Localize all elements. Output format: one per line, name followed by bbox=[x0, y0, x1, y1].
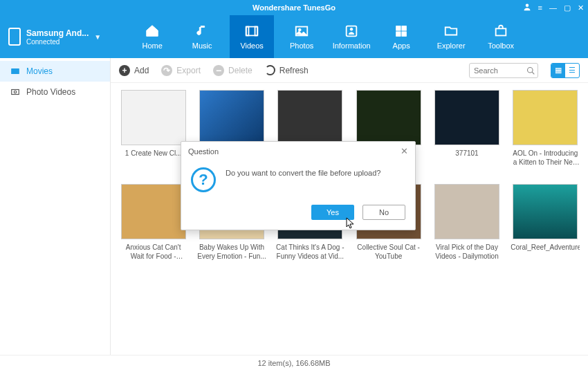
video-item[interactable]: 1 Create New Cl... bbox=[118, 90, 189, 180]
thumbnail bbox=[277, 90, 342, 145]
thumbnail bbox=[513, 184, 578, 239]
svg-point-7 bbox=[350, 28, 353, 30]
dialog-message: Do you want to convert the file before u… bbox=[226, 167, 380, 192]
nav-label: Music bbox=[192, 41, 212, 50]
user-icon[interactable] bbox=[523, 3, 531, 12]
phone-icon bbox=[8, 28, 21, 46]
nav-label: Photos bbox=[290, 41, 313, 50]
delete-button[interactable]: − Delete bbox=[213, 65, 252, 76]
sidebar-label: Movies bbox=[26, 66, 53, 76]
video-item[interactable]: AOL On - Introducing a Kitten to Their N… bbox=[510, 90, 581, 180]
nav-label: Explorer bbox=[437, 41, 466, 50]
nav-toolbox[interactable]: Toolbox bbox=[479, 15, 523, 58]
nav-explorer[interactable]: Explorer bbox=[429, 15, 473, 58]
maximize-icon[interactable]: ▢ bbox=[564, 3, 571, 12]
list-view-icon[interactable]: ☰ bbox=[565, 64, 579, 77]
video-item[interactable]: 377101 bbox=[431, 90, 502, 180]
video-caption: Anxious Cat Can't Wait for Food - Jokero… bbox=[119, 243, 188, 261]
nav-videos[interactable]: Videos bbox=[230, 15, 274, 58]
chevron-down-icon: ▼ bbox=[94, 33, 101, 41]
yes-label: Yes bbox=[327, 208, 339, 216]
video-caption: AOL On - Introducing a Kitten to Their N… bbox=[511, 149, 580, 167]
nav-photos[interactable]: Photos bbox=[279, 15, 324, 58]
svg-point-5 bbox=[299, 28, 302, 31]
svg-rect-11 bbox=[402, 32, 406, 36]
add-button[interactable]: + Add bbox=[119, 65, 149, 76]
status-text: 12 item(s), 166.68MB bbox=[257, 359, 330, 367]
question-icon: ? bbox=[191, 167, 216, 192]
menu-icon[interactable]: ≡ bbox=[538, 3, 542, 12]
dialog-close-icon[interactable]: ✕ bbox=[401, 146, 408, 156]
video-item[interactable]: Viral Pick of the Day Videos - Dailymoti… bbox=[431, 184, 502, 274]
add-label: Add bbox=[134, 66, 149, 75]
svg-rect-2 bbox=[246, 27, 249, 36]
no-button[interactable]: No bbox=[362, 205, 405, 220]
thumbnail bbox=[434, 90, 499, 145]
status-bar: 12 item(s), 166.68MB bbox=[0, 355, 588, 370]
sidebar-item-photo-videos[interactable]: Photo Videos bbox=[0, 82, 110, 102]
dialog-titlebar: Question ✕ bbox=[181, 142, 415, 160]
thumbnail bbox=[434, 184, 499, 239]
refresh-label: Refresh bbox=[279, 66, 309, 75]
svg-point-15 bbox=[14, 91, 17, 93]
svg-rect-8 bbox=[396, 26, 401, 30]
svg-rect-13 bbox=[11, 68, 19, 74]
nav-apps[interactable]: Apps bbox=[379, 15, 423, 58]
refresh-button[interactable]: Refresh bbox=[265, 65, 309, 75]
nav-label: Information bbox=[333, 41, 371, 50]
nav-label: Toolbox bbox=[488, 41, 514, 50]
video-caption: Viral Pick of the Day Videos - Dailymoti… bbox=[432, 243, 502, 261]
yes-button[interactable]: Yes bbox=[311, 205, 354, 220]
sidebar-item-movies[interactable]: Movies bbox=[0, 61, 110, 82]
nav-home[interactable]: Home bbox=[130, 15, 174, 58]
export-icon: ↷ bbox=[161, 65, 172, 76]
video-caption: Collective Soul Cat - YouTube bbox=[354, 243, 423, 261]
search-input[interactable] bbox=[474, 66, 526, 75]
device-selector[interactable]: Samsung And... Connected ▼ bbox=[0, 28, 109, 46]
search-icon bbox=[526, 66, 535, 75]
dialog-title: Question bbox=[188, 147, 219, 156]
question-dialog: Question ✕ ? Do you want to convert the … bbox=[181, 141, 416, 230]
thumbnail bbox=[121, 184, 186, 239]
svg-point-0 bbox=[525, 4, 529, 8]
thumbnail bbox=[356, 90, 421, 145]
topbar: Samsung And... Connected ▼ Home Music Vi… bbox=[0, 15, 588, 58]
nav-information[interactable]: Information bbox=[329, 15, 374, 58]
video-caption: Baby Wakes Up With Every Emotion - Fun..… bbox=[197, 243, 266, 261]
thumbnail bbox=[513, 90, 578, 145]
video-caption: 377101 bbox=[455, 149, 478, 158]
device-name: Samsung And... bbox=[26, 28, 89, 38]
delete-label: Delete bbox=[228, 66, 252, 75]
svg-rect-14 bbox=[12, 90, 19, 95]
minus-icon: − bbox=[213, 65, 224, 76]
svg-rect-10 bbox=[396, 32, 401, 36]
app-title: Wondershare TunesGo bbox=[252, 3, 336, 12]
toolbar: + Add ↷ Export − Delete Refresh ▦ bbox=[111, 58, 588, 83]
video-item[interactable]: Coral_Reef_Adventure_720 bbox=[510, 184, 581, 274]
sidebar: Movies Photo Videos bbox=[0, 58, 111, 355]
refresh-icon bbox=[265, 65, 275, 75]
nav-label: Apps bbox=[393, 41, 410, 50]
svg-rect-1 bbox=[246, 27, 258, 36]
plus-icon: + bbox=[119, 65, 130, 76]
nav-music[interactable]: Music bbox=[180, 15, 224, 58]
video-caption: Coral_Reef_Adventure_720 bbox=[511, 243, 580, 252]
search-box[interactable] bbox=[469, 63, 538, 78]
thumbnail bbox=[121, 90, 186, 145]
export-button[interactable]: ↷ Export bbox=[161, 65, 201, 76]
grid-view-icon[interactable]: ▦ bbox=[551, 64, 565, 77]
video-item[interactable]: Anxious Cat Can't Wait for Food - Jokero… bbox=[118, 184, 189, 274]
export-label: Export bbox=[176, 66, 201, 75]
minimize-icon[interactable]: — bbox=[549, 3, 557, 12]
video-caption: 1 Create New Cl... bbox=[125, 149, 182, 158]
titlebar: Wondershare TunesGo ≡ — ▢ ✕ bbox=[0, 0, 588, 15]
svg-point-16 bbox=[527, 67, 533, 73]
svg-rect-6 bbox=[347, 26, 357, 37]
nav-label: Videos bbox=[240, 41, 263, 50]
window-controls: ≡ — ▢ ✕ bbox=[523, 0, 584, 15]
thumbnail bbox=[199, 90, 264, 145]
svg-rect-9 bbox=[402, 26, 406, 30]
svg-rect-12 bbox=[496, 28, 506, 35]
nav-label: Home bbox=[142, 41, 162, 50]
close-icon[interactable]: ✕ bbox=[578, 3, 584, 12]
